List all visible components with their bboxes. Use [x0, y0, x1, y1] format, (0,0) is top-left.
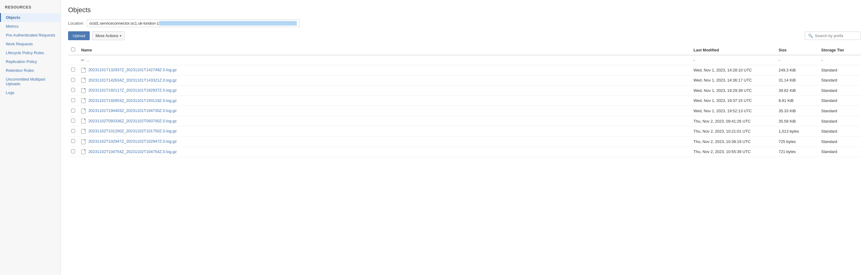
- sidebar-item-objects[interactable]: Objects: [0, 13, 61, 22]
- parent-dir-label: ..: [87, 58, 89, 62]
- sidebar-title: Resources: [0, 5, 61, 13]
- toolbar: Upload More Actions ▾ 🔍: [68, 31, 861, 40]
- search-icon: 🔍: [808, 33, 813, 38]
- row-checkbox-2[interactable]: [71, 88, 75, 92]
- more-actions-label: More Actions: [95, 33, 118, 38]
- size-column-header: Size: [776, 45, 818, 55]
- chevron-down-icon: ▾: [120, 34, 121, 37]
- file-link-2[interactable]: 20231101T192117Z_20231101T192937Z.0.log.…: [89, 88, 177, 92]
- file-icon: [81, 98, 86, 103]
- file-icon: [81, 109, 86, 114]
- location-text: ocid1.serviceconnector.oc1.uk-london-1: [89, 21, 159, 26]
- page-title: Objects: [68, 6, 861, 14]
- file-link-6[interactable]: 20231102T101200Z_20231102T101750Z.0.log.…: [89, 129, 177, 133]
- file-link-0[interactable]: 20231101T132937Z_20231101T142749Z.0.log.…: [89, 67, 177, 72]
- file-link-4[interactable]: 20231101T194403Z_20231101T194730Z.0.log.…: [89, 108, 177, 113]
- location-row: Location: ocid1.serviceconnector.oc1.uk-…: [68, 20, 861, 27]
- file-link-1[interactable]: 20231101T142634Z_20231101T143321Z.0.log.…: [89, 78, 177, 83]
- file-icon: [81, 68, 86, 73]
- file-icon: [81, 129, 86, 134]
- search-input[interactable]: [815, 33, 857, 38]
- location-value: ocid1.serviceconnector.oc1.uk-london-1: [87, 20, 300, 27]
- table-row: 20231101T132937Z_20231101T142749Z.0.log.…: [68, 65, 861, 75]
- row-checkbox-0[interactable]: [71, 67, 75, 71]
- file-icon: [81, 149, 86, 154]
- sidebar-item-metrics[interactable]: Metrics: [0, 22, 61, 31]
- sidebar: Resources ObjectsMetricsPre-Authenticate…: [0, 0, 61, 275]
- table-row: 20231102T102947Z_20231102T102947Z.0.log.…: [68, 136, 861, 147]
- search-box: 🔍: [805, 32, 861, 40]
- table-row: 20231102T104754Z_20231102T104754Z.0.log.…: [68, 147, 861, 157]
- table-row: 20231101T142634Z_20231101T143321Z.0.log.…: [68, 75, 861, 86]
- sidebar-item-work-requests[interactable]: Work Requests: [0, 39, 61, 49]
- sidebar-item-replication-policy[interactable]: Replication Policy: [0, 57, 61, 66]
- table-header-row: Name Last Modified Size Storage Tier: [68, 45, 861, 55]
- row-checkbox-6[interactable]: [71, 129, 75, 133]
- table-row: ↩ .. - - -: [68, 55, 861, 65]
- row-checkbox-4[interactable]: [71, 109, 75, 113]
- file-icon: [81, 139, 86, 144]
- row-checkbox-1[interactable]: [71, 78, 75, 82]
- main-content: Objects Location: ocid1.serviceconnector…: [61, 0, 868, 275]
- table-row: 20231101T194403Z_20231101T194730Z.0.log.…: [68, 106, 861, 116]
- file-link-3[interactable]: 20231101T192853Z_20231101T193119Z.0.log.…: [89, 98, 177, 103]
- sidebar-item-pre-authenticated[interactable]: Pre-Authenticated Requests: [0, 31, 61, 39]
- name-column-header: Name: [78, 45, 690, 55]
- navigate-up-icon: ↩: [81, 58, 85, 62]
- file-link-8[interactable]: 20231102T104754Z_20231102T104754Z.0.log.…: [89, 149, 177, 154]
- file-link-5[interactable]: 20231102T093336Z_20231102T093700Z.0.log.…: [89, 119, 177, 123]
- table-row: 20231101T192117Z_20231101T192937Z.0.log.…: [68, 86, 861, 96]
- sidebar-item-logs[interactable]: Logs: [0, 88, 61, 97]
- last-modified-column-header: Last Modified: [690, 45, 776, 55]
- storage-tier-column-header: Storage Tier: [818, 45, 861, 55]
- location-label: Location:: [68, 21, 84, 26]
- row-checkbox-7[interactable]: [71, 139, 75, 143]
- row-checkbox-3[interactable]: [71, 98, 75, 102]
- file-icon: [81, 88, 86, 93]
- table-row: 20231102T101200Z_20231102T101750Z.0.log.…: [68, 126, 861, 136]
- sidebar-item-lifecycle-policy[interactable]: Lifecycle Policy Rules: [0, 49, 61, 57]
- sidebar-item-uncommitted[interactable]: Uncommitted Multipart Uploads: [0, 75, 61, 88]
- table-row: 20231102T093336Z_20231102T093700Z.0.log.…: [68, 116, 861, 126]
- row-checkbox-8[interactable]: [71, 149, 75, 153]
- more-actions-button[interactable]: More Actions ▾: [92, 31, 125, 40]
- file-link-7[interactable]: 20231102T102947Z_20231102T102947Z.0.log.…: [89, 139, 177, 144]
- location-highlight: [159, 21, 297, 26]
- sidebar-item-retention-rules[interactable]: Retention Rules: [0, 66, 61, 75]
- row-checkbox-5[interactable]: [71, 119, 75, 123]
- objects-table: Name Last Modified Size Storage Tier ↩ .…: [68, 45, 861, 157]
- select-all-header: [68, 45, 78, 55]
- file-icon: [81, 78, 86, 83]
- file-icon: [81, 119, 86, 123]
- table-row: 20231101T192853Z_20231101T193119Z.0.log.…: [68, 95, 861, 106]
- select-all-checkbox[interactable]: [71, 48, 75, 52]
- upload-button[interactable]: Upload: [68, 31, 90, 40]
